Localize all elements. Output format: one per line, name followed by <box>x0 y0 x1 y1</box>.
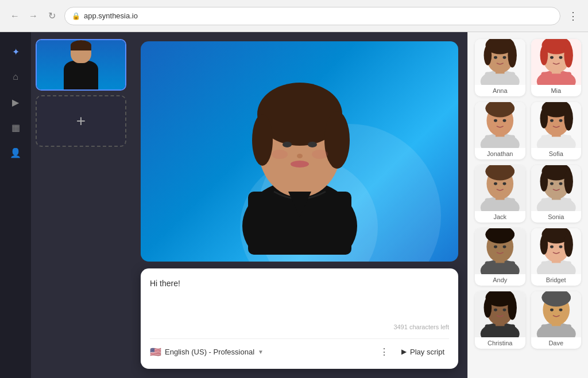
avatar-card-christina[interactable]: Christina <box>475 291 525 349</box>
svg-point-90 <box>503 309 506 311</box>
avatar-card-andy[interactable]: Andy <box>475 228 525 286</box>
svg-point-29 <box>550 56 554 59</box>
language-label: English (US) - Professional <box>165 348 254 356</box>
sidebar-item-play[interactable]: ▶ <box>5 92 26 112</box>
avatar-svg <box>225 60 374 255</box>
svg-point-45 <box>540 108 548 128</box>
play-icon: ▶ <box>401 348 407 356</box>
user-icon: 👤 <box>10 147 21 158</box>
home-icon: ⌂ <box>13 72 18 82</box>
svg-point-55 <box>503 182 506 185</box>
script-panel: 3491 characters left 🇺🇸 English (US) - P… <box>141 268 458 369</box>
svg-point-21 <box>503 56 506 59</box>
nav-buttons: ← → ↻ <box>7 8 60 24</box>
svg-point-79 <box>540 235 548 255</box>
svg-point-89 <box>494 309 497 311</box>
avatar-card-bridget[interactable]: Bridget <box>531 228 582 286</box>
thumbnail-add[interactable]: + <box>36 95 126 147</box>
avatar-card-jonathan[interactable]: Jonathan <box>475 102 525 159</box>
avatar-name-andy: Andy <box>475 274 525 286</box>
avatar-card-anna[interactable]: Anna <box>475 39 525 96</box>
sidebar-item-user[interactable]: 👤 <box>5 142 26 163</box>
svg-point-9 <box>297 154 303 158</box>
svg-point-63 <box>550 182 554 185</box>
avatar-name-dave: Dave <box>531 337 582 349</box>
svg-rect-92 <box>541 325 571 338</box>
svg-rect-23 <box>541 72 571 85</box>
svg-point-62 <box>540 172 548 192</box>
add-slide-button[interactable]: + <box>36 95 126 147</box>
svg-point-6 <box>252 114 273 166</box>
avatar-name-mia: Mia <box>531 85 582 96</box>
avatar-panel: Anna Mia Jonathan <box>467 32 588 378</box>
svg-point-28 <box>540 45 548 65</box>
flag-icon: 🇺🇸 <box>150 346 161 357</box>
svg-rect-66 <box>485 262 516 275</box>
lock-icon: 🔒 <box>72 12 80 20</box>
avatar-photo-christina <box>475 291 525 337</box>
svg-point-19 <box>484 45 492 65</box>
svg-point-37 <box>494 119 497 122</box>
script-actions: ⋮ ▶ Play script <box>376 344 449 360</box>
script-footer: 🇺🇸 English (US) - Professional ▼ ⋮ ▶ Pla… <box>150 338 449 360</box>
svg-point-98 <box>559 309 562 311</box>
forward-button[interactable]: → <box>25 8 41 24</box>
chevron-down-icon: ▼ <box>258 349 264 355</box>
thumb-figure <box>64 40 98 89</box>
avatar-photo-sofia <box>531 102 582 148</box>
avatar-name-sofia: Sofia <box>531 148 582 159</box>
svg-point-87 <box>508 295 517 320</box>
svg-point-46 <box>550 119 554 122</box>
thumbnail-strip: + <box>31 32 131 378</box>
avatar-name-jonathan: Jonathan <box>475 148 525 159</box>
thumbnail-1[interactable] <box>36 39 126 91</box>
svg-point-78 <box>564 232 573 257</box>
svg-point-5 <box>324 111 350 169</box>
svg-point-64 <box>559 182 562 185</box>
play-script-button[interactable]: ▶ Play script <box>397 345 449 358</box>
svg-point-61 <box>564 169 573 194</box>
main-content: 3491 characters left 🇺🇸 English (US) - P… <box>131 32 467 378</box>
avatar-card-dave[interactable]: Dave <box>531 291 582 349</box>
svg-rect-74 <box>541 262 571 275</box>
layout-icon: ▦ <box>11 122 20 133</box>
avatar-name-christina: Christina <box>475 337 525 349</box>
plus-icon: + <box>76 112 86 130</box>
sidebar-item-layout[interactable]: ▦ <box>5 117 26 138</box>
sidebar-item-home[interactable]: ⌂ <box>5 67 26 87</box>
svg-point-71 <box>494 245 497 248</box>
app-container: ✦ ⌂ ▶ ▦ 👤 + <box>0 32 588 378</box>
avatar-card-sofia[interactable]: Sofia <box>531 102 582 159</box>
address-bar[interactable]: 🔒 app.synthesia.io <box>64 7 560 25</box>
avatar-name-bridget: Bridget <box>531 274 582 286</box>
script-textarea[interactable] <box>150 278 449 324</box>
avatar-name-jack: Jack <box>475 211 525 223</box>
browser-chrome: ← → ↻ 🔒 app.synthesia.io ⋮ <box>0 0 588 32</box>
more-options-button[interactable]: ⋮ <box>376 344 392 360</box>
reload-button[interactable]: ↻ <box>44 8 60 24</box>
avatar-photo-andy <box>475 228 525 274</box>
svg-point-8 <box>308 142 317 147</box>
thumb-hair <box>71 40 91 50</box>
avatar-card-jack[interactable]: Jack <box>475 165 525 223</box>
sidebar-item-settings[interactable]: ✦ <box>5 41 26 62</box>
svg-point-54 <box>494 182 497 185</box>
svg-point-80 <box>550 245 554 248</box>
svg-point-10 <box>291 161 309 167</box>
back-button[interactable]: ← <box>7 8 23 24</box>
avatar-photo-dave <box>531 291 582 337</box>
avatar-photo-mia <box>531 39 582 85</box>
svg-point-20 <box>494 56 497 59</box>
browser-menu-button[interactable]: ⋮ <box>565 8 581 24</box>
language-selector[interactable]: 🇺🇸 English (US) - Professional ▼ <box>150 346 264 357</box>
avatar-photo-sonia <box>531 165 582 211</box>
play-script-label: Play script <box>410 348 444 356</box>
svg-point-7 <box>283 142 292 147</box>
svg-rect-32 <box>485 135 516 149</box>
svg-point-47 <box>559 119 562 122</box>
svg-point-44 <box>564 106 573 131</box>
avatar-card-sonia[interactable]: Sonia <box>531 165 582 223</box>
svg-point-72 <box>503 245 506 248</box>
svg-point-97 <box>550 309 554 311</box>
avatar-card-mia[interactable]: Mia <box>531 39 582 96</box>
